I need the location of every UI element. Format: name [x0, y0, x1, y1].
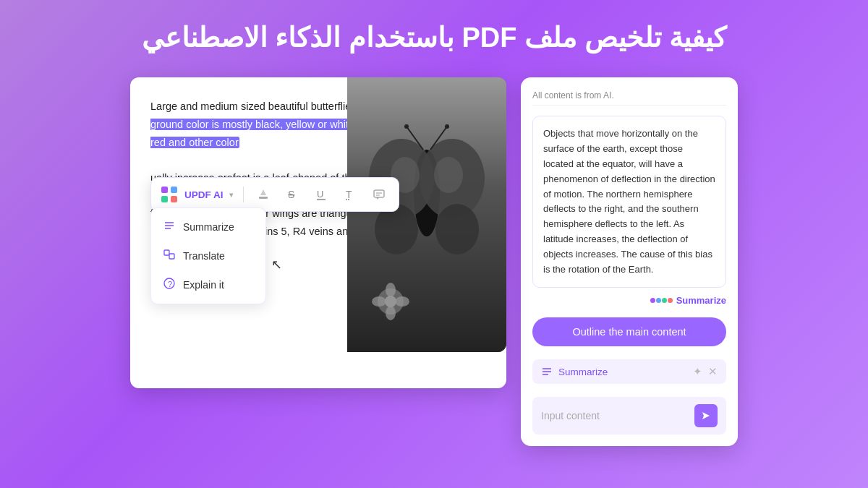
- ai-brand-logo: [650, 298, 673, 303]
- toolbar-divider: [243, 187, 244, 202]
- butterfly-svg: [347, 77, 506, 352]
- svg-point-12: [445, 124, 449, 129]
- svg-marker-40: [702, 412, 710, 419]
- explain-menu-icon: ?: [163, 277, 176, 293]
- summarize-menu-icon: [163, 219, 176, 235]
- svg-rect-19: [259, 197, 268, 199]
- strikethrough-icon[interactable]: S: [283, 185, 302, 204]
- svg-point-6: [435, 204, 479, 254]
- ai-response-box: Objects that move horizontally on the su…: [532, 116, 726, 288]
- summarize-menu-label: Summarize: [183, 221, 234, 233]
- svg-point-14: [385, 296, 396, 307]
- svg-marker-20: [260, 189, 266, 195]
- comment-icon[interactable]: [370, 185, 388, 204]
- svg-rect-26: [374, 190, 384, 197]
- input-area: [532, 397, 726, 435]
- dropdown-item-explain[interactable]: ? Explain it: [151, 270, 265, 299]
- svg-point-8: [434, 157, 463, 193]
- cursor-pointer: ↖: [271, 257, 282, 273]
- butterfly-image: [347, 77, 506, 352]
- svg-rect-34: [169, 254, 174, 259]
- svg-rect-33: [164, 250, 169, 255]
- pdf-text-before: Large and medium sized beautiful butterf…: [150, 100, 362, 112]
- dropdown-item-summarize[interactable]: Summarize: [151, 213, 265, 241]
- svg-point-17: [372, 296, 386, 307]
- svg-text:?: ?: [168, 280, 172, 288]
- updf-ai-label: UPDF AI: [184, 189, 224, 200]
- dropdown-menu: Summarize Translate ? Explain it: [150, 207, 266, 304]
- logo-dot-2: [656, 298, 661, 303]
- explain-menu-label: Explain it: [183, 279, 224, 291]
- svg-point-16: [386, 306, 396, 320]
- svg-text:U: U: [317, 189, 323, 200]
- summarize-bar-icon: [541, 366, 553, 377]
- close-icon[interactable]: ✕: [708, 365, 718, 378]
- summarize-bar-label: Summarize: [541, 366, 608, 377]
- brand-caret-icon: ▾: [229, 191, 233, 199]
- svg-text:T: T: [346, 189, 352, 200]
- main-content: Large and medium sized beautiful butterf…: [0, 77, 868, 446]
- send-button[interactable]: [694, 404, 718, 427]
- svg-marker-29: [376, 197, 379, 200]
- outline-main-content-button[interactable]: Outline the main content: [532, 317, 726, 346]
- ai-footer: Summarize: [532, 295, 726, 306]
- ai-footer-brand: Summarize: [650, 295, 726, 306]
- translate-menu-label: Translate: [183, 250, 225, 262]
- underline-icon[interactable]: U: [312, 185, 331, 204]
- toolbar-popup: UPDF AI ▾ S U T: [150, 177, 399, 212]
- summarize-bar-actions: ✦ ✕: [693, 365, 718, 378]
- ai-footer-summarize-label: Summarize: [676, 295, 726, 306]
- svg-point-10: [404, 124, 409, 129]
- updf-ai-brand[interactable]: UPDF AI ▾: [161, 187, 233, 202]
- logo-dot-3: [662, 298, 667, 303]
- pin-icon[interactable]: ✦: [693, 365, 702, 378]
- page-title: كيفية تلخيص ملف PDF باستخدام الذكاء الاص…: [0, 0, 868, 70]
- ai-panel: All content is from AI. Objects that mov…: [521, 77, 738, 446]
- svg-point-18: [395, 296, 409, 307]
- svg-text:S: S: [288, 189, 294, 200]
- logo-dot-4: [668, 298, 673, 303]
- summarize-bar-text: Summarize: [558, 367, 608, 377]
- logo-dot-1: [650, 298, 655, 303]
- summarize-bar: Summarize ✦ ✕: [532, 359, 726, 384]
- pdf-panel: Large and medium sized beautiful butterf…: [130, 77, 506, 388]
- text-icon[interactable]: T: [341, 185, 359, 204]
- translate-menu-icon: [163, 248, 176, 264]
- input-content-field[interactable]: [541, 410, 689, 421]
- dropdown-item-translate[interactable]: Translate: [151, 241, 265, 270]
- highlight-icon[interactable]: [254, 185, 273, 204]
- svg-point-15: [386, 283, 396, 297]
- send-icon: [701, 411, 711, 421]
- ai-notice: All content is from AI.: [532, 90, 726, 106]
